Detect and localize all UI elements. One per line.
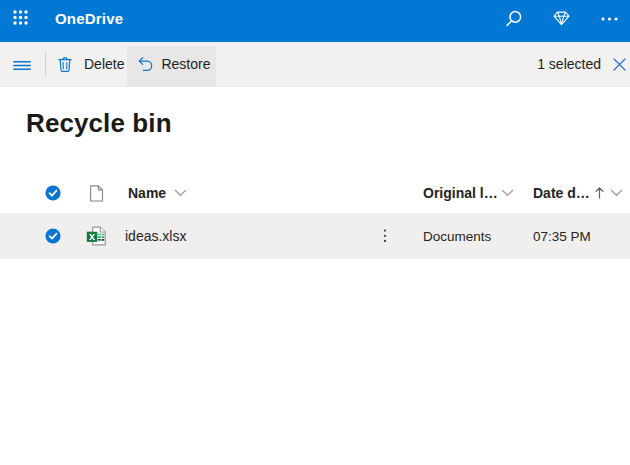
original-location-column-label: Original l… xyxy=(423,185,498,201)
date-deleted-column-label: Date d… xyxy=(533,185,590,201)
name-column-label: Name xyxy=(128,185,166,201)
main-content: Recycle bin Name xyxy=(0,87,630,259)
delete-button[interactable]: Delete xyxy=(46,44,124,84)
column-header-original-location[interactable]: Original l… xyxy=(423,185,519,201)
date-deleted-value: 07:35 PM xyxy=(533,229,591,244)
command-bar: Delete Restore 1 selected xyxy=(0,42,630,87)
column-header-date-deleted[interactable]: Date d… xyxy=(533,185,630,201)
trash-icon xyxy=(58,56,72,72)
original-location-cell: Documents xyxy=(423,229,519,244)
row-more-options-button[interactable] xyxy=(377,229,393,243)
chevron-down-icon xyxy=(174,189,187,197)
sort-ascending-icon xyxy=(595,187,604,199)
original-location-value: Documents xyxy=(423,229,491,244)
chevron-down-icon xyxy=(501,189,514,197)
select-all-checkbox[interactable] xyxy=(45,185,61,201)
chevron-down-icon xyxy=(610,189,623,197)
row-checkbox[interactable] xyxy=(45,228,61,244)
premium-diamond-icon xyxy=(553,11,570,26)
selection-count: 1 selected xyxy=(537,56,601,72)
premium-button[interactable] xyxy=(551,9,571,29)
file-row[interactable]: ideas.xlsx Documents 07:35 PM xyxy=(0,213,630,259)
app-launcher-icon xyxy=(13,10,28,28)
more-options-button[interactable] xyxy=(599,9,619,29)
list-header-row: Name Original l… Date d… xyxy=(0,173,630,213)
date-deleted-cell: 07:35 PM xyxy=(533,229,630,244)
delete-button-label: Delete xyxy=(84,56,124,72)
hamburger-icon xyxy=(13,59,31,70)
more-horizontal-icon xyxy=(601,17,618,21)
file-list: Name Original l… Date d… xyxy=(0,173,630,259)
restore-button[interactable]: Restore xyxy=(127,46,215,86)
menu-button[interactable] xyxy=(0,42,44,86)
search-button[interactable] xyxy=(503,9,523,29)
file-name: ideas.xlsx xyxy=(125,228,186,244)
file-name-cell[interactable]: ideas.xlsx xyxy=(125,228,377,244)
close-icon xyxy=(613,58,626,71)
column-header-name[interactable]: Name xyxy=(125,185,377,201)
restore-button-label: Restore xyxy=(161,56,210,72)
file-type-column-icon xyxy=(85,185,107,202)
excel-file-icon xyxy=(85,226,107,246)
app-title[interactable]: OneDrive xyxy=(55,10,123,27)
app-launcher-button[interactable] xyxy=(0,0,41,37)
clear-selection-button[interactable] xyxy=(613,51,626,77)
search-icon xyxy=(504,10,522,28)
restore-icon xyxy=(138,56,153,72)
suite-header: OneDrive xyxy=(0,0,630,42)
page-title: Recycle bin xyxy=(26,87,630,139)
more-vertical-icon xyxy=(383,229,387,243)
